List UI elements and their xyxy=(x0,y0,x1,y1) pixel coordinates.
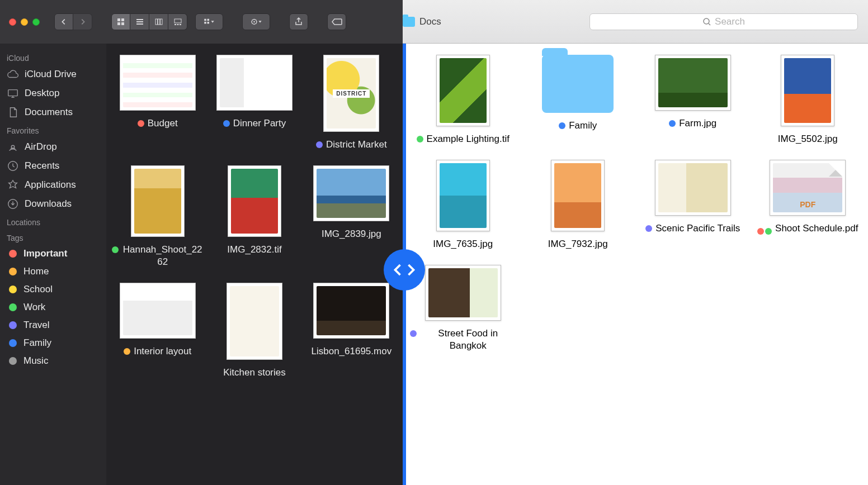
file-item[interactable]: DISTRICTDistrict Market xyxy=(306,55,397,151)
file-thumbnail xyxy=(216,55,293,111)
sidebar-item[interactable]: Music xyxy=(0,352,106,370)
thumbnail-art: PDF xyxy=(773,163,842,212)
file-item[interactable]: Street Food in Bangkok xyxy=(408,265,518,352)
search-field[interactable]: Search xyxy=(589,13,858,30)
svg-rect-14 xyxy=(207,22,210,24)
file-name: IMG_7635.jpg xyxy=(433,238,493,250)
sidebar-item[interactable]: Desktop xyxy=(0,84,106,103)
maximize-button[interactable] xyxy=(32,18,40,26)
sidebar-item-label: iCloud Drive xyxy=(25,69,77,80)
file-item[interactable]: Interior layout xyxy=(112,283,203,379)
close-button[interactable] xyxy=(9,18,16,26)
sidebar-item[interactable]: Recents xyxy=(0,156,106,175)
toolbar: Docs Search xyxy=(0,0,868,44)
sidebar-item[interactable]: Documents xyxy=(0,103,106,122)
svg-rect-13 xyxy=(207,19,210,21)
chevron-right-icon xyxy=(407,263,416,277)
file-item[interactable]: IMG_7932.jpg xyxy=(523,160,633,250)
file-thumbnail xyxy=(655,55,731,111)
search-icon xyxy=(702,17,711,26)
file-item[interactable]: Family xyxy=(523,55,633,145)
arrange-button[interactable] xyxy=(195,13,223,30)
tags-button[interactable] xyxy=(327,13,346,30)
file-item[interactable]: IMG_2832.tif xyxy=(209,165,300,268)
file-thumbnail xyxy=(436,55,490,126)
file-item[interactable]: Scenic Pacific Trails xyxy=(638,160,748,250)
icon-view-button[interactable] xyxy=(111,13,130,30)
sidebar-item[interactable]: Home xyxy=(0,263,106,280)
sidebar-item[interactable]: Family xyxy=(0,334,106,352)
comparison-slider-handle[interactable] xyxy=(384,249,425,291)
svg-rect-2 xyxy=(117,22,120,25)
column-view-button[interactable] xyxy=(149,13,168,30)
file-label: Kitchen stories xyxy=(223,367,286,379)
file-thumbnail xyxy=(436,160,490,231)
sidebar-item[interactable]: Work xyxy=(0,298,106,316)
sidebar-item-label: Work xyxy=(23,302,45,313)
document-icon xyxy=(7,106,19,118)
svg-point-16 xyxy=(253,21,255,23)
sidebar-item-label: Travel xyxy=(23,320,50,331)
file-thumbnail xyxy=(781,55,834,126)
thumbnail-art xyxy=(317,286,386,335)
share-button[interactable] xyxy=(289,13,308,30)
sidebar-section-header: Locations xyxy=(0,213,106,229)
tag-dot xyxy=(223,120,230,127)
tag-color-dot xyxy=(9,250,17,258)
airdrop-icon xyxy=(7,141,19,153)
svg-rect-6 xyxy=(160,19,162,25)
sidebar-item[interactable]: AirDrop xyxy=(0,137,106,156)
back-button[interactable] xyxy=(54,13,73,30)
file-label: Street Food in Bangkok xyxy=(410,327,516,352)
sidebar-item[interactable]: Applications xyxy=(0,175,106,194)
content-pane-light[interactable]: Example Lighting.tifFamilyFarm.jpgIMG_55… xyxy=(403,44,868,485)
file-item[interactable]: Hannah_Shoot_2262 xyxy=(112,165,203,268)
file-item[interactable]: Example Lighting.tif xyxy=(408,55,518,145)
folder-icon xyxy=(403,17,415,27)
file-item[interactable]: Farm.jpg xyxy=(638,55,748,145)
file-label: Interior layout xyxy=(124,345,191,358)
search-placeholder: Search xyxy=(715,16,745,27)
list-view-button[interactable] xyxy=(130,13,149,30)
file-item[interactable]: Dinner Party xyxy=(209,55,300,151)
file-thumbnail xyxy=(120,55,196,111)
forward-button[interactable] xyxy=(73,13,92,30)
view-switcher xyxy=(111,13,187,30)
gallery-view-button[interactable] xyxy=(168,13,187,30)
sidebar-item[interactable]: Downloads xyxy=(0,194,106,213)
file-item[interactable]: IMG_2839.jpg xyxy=(306,165,397,268)
svg-rect-3 xyxy=(121,22,124,25)
svg-point-17 xyxy=(704,18,709,24)
sidebar-item[interactable]: iCloud Drive xyxy=(0,65,106,84)
content-pane-dark[interactable]: BudgetDinner PartyDISTRICTDistrict Marke… xyxy=(106,44,403,485)
file-thumbnail xyxy=(551,160,605,231)
window-title: Docs xyxy=(403,16,441,27)
tag-color-dot xyxy=(9,357,17,365)
file-item[interactable]: IMG_7635.jpg xyxy=(408,160,518,250)
file-item[interactable]: Lisbon_61695.mov xyxy=(306,283,397,379)
clock-icon xyxy=(7,160,19,172)
file-thumbnail xyxy=(655,160,731,216)
thumbnail-art xyxy=(658,163,728,212)
file-item[interactable]: PDFShoot Schedule.pdf xyxy=(753,160,863,250)
sidebar-item[interactable]: Important xyxy=(0,245,106,263)
file-thumbnail xyxy=(131,165,185,237)
thumbnail-art xyxy=(440,163,487,228)
action-button[interactable] xyxy=(242,13,270,30)
sidebar-item-label: Documents xyxy=(25,107,73,118)
sidebar-item[interactable]: Travel xyxy=(0,316,106,334)
sidebar-item[interactable]: School xyxy=(0,280,106,298)
nav-buttons xyxy=(54,13,92,30)
file-label: Shoot Schedule.pdf xyxy=(757,222,858,235)
file-item[interactable]: Budget xyxy=(112,55,203,151)
svg-rect-10 xyxy=(180,24,181,25)
tag-dot xyxy=(138,120,144,127)
tag-dot xyxy=(112,246,119,253)
file-label: IMG_7932.jpg xyxy=(548,238,608,250)
minimize-button[interactable] xyxy=(21,18,28,26)
file-item[interactable]: Kitchen stories xyxy=(209,283,300,379)
svg-rect-4 xyxy=(155,19,158,25)
thumbnail-art xyxy=(317,169,386,218)
file-name: District Market xyxy=(326,139,387,151)
file-item[interactable]: IMG_5502.jpg xyxy=(753,55,863,145)
